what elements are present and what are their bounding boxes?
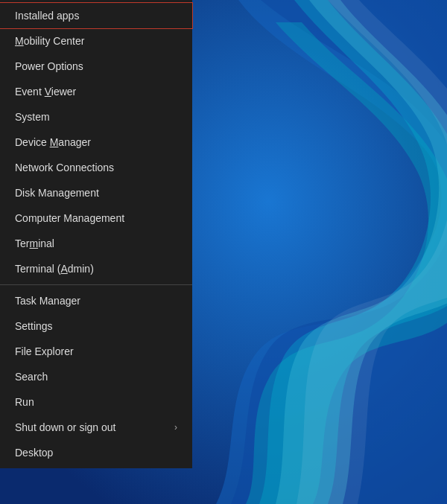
- menu-item-label: Computer Management: [15, 212, 124, 224]
- menu-item-device-manager[interactable]: Device Manager: [0, 130, 192, 155]
- menu-item-run[interactable]: Run: [0, 389, 192, 415]
- menu-item-label: Terminal: [15, 237, 54, 249]
- menu-item-label: Network Connections: [15, 162, 114, 173]
- menu-separator: [0, 284, 192, 285]
- menu-item-label: Shut down or sign out: [15, 421, 115, 433]
- menu-item-computer-management[interactable]: Computer Management: [0, 205, 192, 231]
- menu-item-network-connections[interactable]: Network Connections: [0, 155, 192, 180]
- menu-item-desktop[interactable]: Desktop: [0, 440, 192, 465]
- menu-item-power-options[interactable]: Power Options: [0, 54, 192, 79]
- menu-item-label: Settings: [15, 320, 53, 332]
- menu-item-label: Power Options: [15, 60, 83, 72]
- menu-item-label: Device Manager: [15, 136, 91, 148]
- menu-item-label: Event Viewer: [15, 86, 76, 98]
- menu-item-label: Task Manager: [15, 295, 80, 307]
- menu-item-label: System: [15, 111, 50, 123]
- menu-item-terminal[interactable]: Terminal: [0, 231, 192, 256]
- menu-item-label: Terminal (Admin): [15, 263, 94, 275]
- menu-item-settings[interactable]: Settings: [0, 313, 192, 339]
- menu-item-label: Disk Management: [15, 187, 99, 199]
- menu-item-task-manager[interactable]: Task Manager: [0, 288, 192, 313]
- menu-item-event-viewer[interactable]: Event Viewer: [0, 79, 192, 104]
- menu-item-installed-apps[interactable]: Installed apps: [0, 3, 192, 28]
- menu-item-label: Mobility Center: [15, 35, 84, 47]
- menu-item-disk-management[interactable]: Disk Management: [0, 180, 192, 205]
- menu-item-label: Desktop: [15, 447, 53, 459]
- menu-item-label: Run: [15, 396, 34, 408]
- menu-item-label: Search: [15, 371, 48, 383]
- menu-item-shut-down[interactable]: Shut down or sign out›: [0, 415, 192, 440]
- menu-item-file-explorer[interactable]: File Explorer: [0, 339, 192, 364]
- menu-item-label: File Explorer: [15, 345, 74, 357]
- submenu-arrow-icon: ›: [174, 422, 177, 433]
- menu-item-search[interactable]: Search: [0, 364, 192, 389]
- menu-item-terminal-admin[interactable]: Terminal (Admin): [0, 256, 192, 281]
- menu-item-mobility-center[interactable]: Mobility Center: [0, 28, 192, 54]
- menu-item-label: Installed apps: [15, 10, 79, 22]
- menu-item-system[interactable]: System: [0, 104, 192, 130]
- context-menu: Installed appsMobility CenterPower Optio…: [0, 0, 192, 468]
